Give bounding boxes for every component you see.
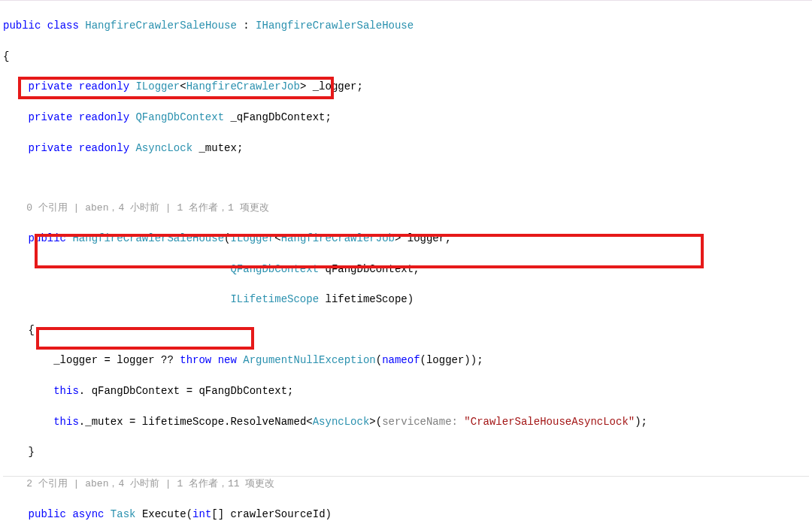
codelens-ctor[interactable]: 0 个引用 | aben，4 小时前 | 1 名作者，1 项更改 <box>26 202 268 214</box>
kw-private-readonly: private readonly <box>29 111 129 123</box>
brace-close: } <box>29 446 35 458</box>
brace-open: { <box>29 324 35 336</box>
assign-mutex-mid: >( <box>369 416 382 428</box>
type-job: HangfireCrawlerJob <box>186 80 300 92</box>
assign-mutex-pre: ._mutex = lifetimeScope.ResolveNamed< <box>79 416 313 428</box>
type-job: HangfireCrawlerJob <box>281 232 395 244</box>
assign-logger: _logger = logger ?? <box>53 354 180 366</box>
param-qfang: qFangDbContext, <box>325 263 420 275</box>
kw-private-readonly: private readonly <box>29 142 129 154</box>
class-name: HangfireCrawlerSaleHouse <box>85 20 237 32</box>
kw-public: public <box>3 20 41 32</box>
field-qfang: _qFangDbContext; <box>230 111 331 123</box>
kw-class: class <box>47 20 79 32</box>
brace-open: { <box>3 49 809 64</box>
param-logger: logger, <box>408 232 452 244</box>
assign-mutex-end: ); <box>635 416 647 428</box>
param-crawler: [] crawlerSourceId) <box>211 508 332 520</box>
field-logger: _logger; <box>313 80 363 92</box>
param-label: serviceName: <box>382 416 458 428</box>
type-asynclock: AsyncLock <box>313 416 370 428</box>
type-ilogger: ILogger <box>135 80 180 92</box>
kw-public: public <box>29 232 66 244</box>
method-execute: Execute( <box>142 508 192 520</box>
kw-this: this <box>53 385 79 397</box>
type-argnull: ArgumentNullException <box>243 354 375 366</box>
interface-name: IHangfireCrawlerSaleHouse <box>256 20 414 32</box>
kw-async: async <box>72 508 104 520</box>
kw-throw-new: throw new <box>180 354 237 366</box>
kw-int: int <box>192 508 211 520</box>
kw-nameof: nameof <box>382 354 420 366</box>
param-lifetime: lifetimeScope) <box>325 293 414 305</box>
type-ilogger: ILogger <box>230 232 274 244</box>
field-mutex: _mutex; <box>198 142 243 154</box>
kw-public: public <box>29 508 66 520</box>
type-task: Task <box>111 508 136 520</box>
assign-qfang: . qFangDbContext = qFangDbContext; <box>79 385 294 397</box>
code-editor[interactable]: public class HangfireCrawlerSaleHouse : … <box>0 2 812 521</box>
ctor-name: HangfireCrawlerSaleHouse <box>72 232 224 244</box>
type-qfang: QFangDbContext <box>135 111 224 123</box>
codelens-execute[interactable]: 2 个引用 | aben，4 小时前 | 1 名作者，11 项更改 <box>26 478 274 489</box>
type-asynclock: AsyncLock <box>135 142 192 154</box>
str-servicename: "CrawlerSaleHouseAsyncLock" <box>464 416 635 428</box>
kw-this: this <box>53 416 79 428</box>
type-qfang: QFangDbContext <box>230 263 319 275</box>
nameof-arg: (logger)); <box>420 354 483 366</box>
collapse-separator <box>3 476 809 477</box>
type-lifetime: ILifetimeScope <box>230 293 319 305</box>
kw-private-readonly: private readonly <box>29 80 129 92</box>
